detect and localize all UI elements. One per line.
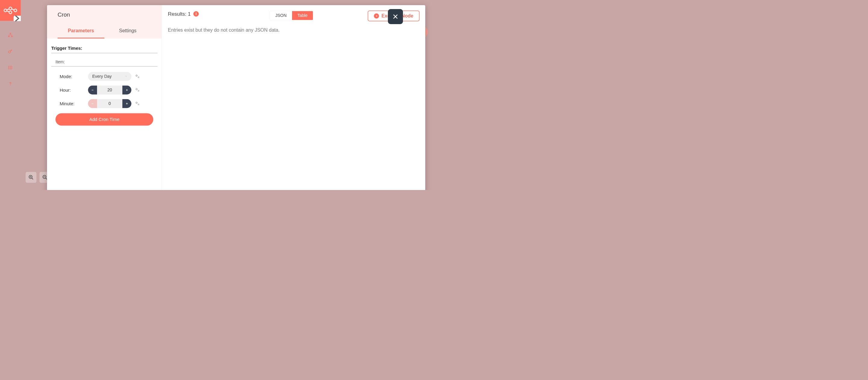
tab-settings[interactable]: Settings xyxy=(104,24,151,38)
mode-select[interactable]: Every Day xyxy=(88,72,131,81)
minute-decrement-button xyxy=(88,99,97,108)
svg-point-38 xyxy=(138,104,139,105)
zoom-in-button[interactable] xyxy=(26,172,36,183)
sidebar-item-help[interactable] xyxy=(7,81,13,87)
minute-increment-button[interactable] xyxy=(122,99,131,108)
logo-icon xyxy=(4,7,17,14)
app-logo[interactable] xyxy=(0,0,21,21)
field-minute: Minute: 0 xyxy=(51,99,158,108)
svg-point-1 xyxy=(9,7,12,10)
key-icon xyxy=(8,49,13,54)
svg-line-19 xyxy=(32,178,33,179)
minute-value[interactable]: 0 xyxy=(108,101,111,106)
results-count: Results: 1 xyxy=(168,11,191,17)
svg-point-15 xyxy=(8,67,9,67)
view-toggle: JSON Table xyxy=(270,11,313,20)
add-cron-time-button[interactable]: Add Cron Time xyxy=(56,113,153,126)
node-title: Cron xyxy=(58,11,151,18)
chevron-right-icon xyxy=(13,15,21,22)
svg-point-17 xyxy=(10,85,10,85)
plus-icon xyxy=(125,102,128,105)
tab-parameters[interactable]: Parameters xyxy=(58,24,104,38)
chevron-down-icon xyxy=(124,74,128,79)
plus-icon xyxy=(125,89,128,92)
sidebar xyxy=(0,0,21,190)
svg-point-33 xyxy=(138,90,139,92)
close-modal-button[interactable] xyxy=(388,9,403,24)
minute-label: Minute: xyxy=(60,101,88,106)
field-mode: Mode: Every Day xyxy=(51,72,158,81)
view-json-button[interactable]: JSON xyxy=(270,11,292,20)
tabs: Parameters Settings xyxy=(58,24,151,38)
results-panel: Results: 1 i JSON Table Execute Node Ent… xyxy=(162,5,425,190)
field-hour: Hour: 20 xyxy=(51,86,158,95)
gears-icon xyxy=(135,87,140,93)
item-label: Item: xyxy=(51,60,158,67)
svg-point-0 xyxy=(4,9,7,12)
svg-point-14 xyxy=(8,66,9,66)
zoom-in-icon xyxy=(28,175,34,180)
hour-stepper: 20 xyxy=(88,86,131,95)
svg-rect-7 xyxy=(10,33,11,34)
svg-point-37 xyxy=(136,102,137,104)
svg-point-16 xyxy=(8,69,9,69)
minus-icon xyxy=(91,89,94,92)
hour-decrement-button[interactable] xyxy=(88,86,97,95)
minus-icon xyxy=(91,102,94,105)
svg-point-27 xyxy=(136,75,137,76)
question-icon xyxy=(8,82,13,87)
hour-label: Hour: xyxy=(60,87,88,93)
svg-rect-8 xyxy=(8,36,9,37)
svg-point-32 xyxy=(136,89,137,90)
minute-stepper: 0 xyxy=(88,99,131,108)
svg-line-5 xyxy=(7,11,9,12)
svg-line-4 xyxy=(7,9,9,10)
trigger-times-label: Trigger Times: xyxy=(51,46,158,53)
minute-options-button[interactable] xyxy=(134,100,141,107)
gears-icon xyxy=(135,74,140,79)
node-editor-modal: Cron Parameters Settings Trigger Times: … xyxy=(47,5,425,190)
sidebar-expand-button[interactable] xyxy=(13,16,21,21)
sidebar-item-credentials[interactable] xyxy=(7,48,13,54)
hour-options-button[interactable] xyxy=(134,87,141,93)
mode-options-button[interactable] xyxy=(134,73,141,80)
hour-increment-button[interactable] xyxy=(122,86,131,95)
zoom-controls xyxy=(26,172,50,183)
close-icon xyxy=(392,13,399,20)
svg-line-6 xyxy=(12,9,14,10)
parameters-panel: Cron Parameters Settings Trigger Times: … xyxy=(47,5,162,190)
panel-header: Cron Parameters Settings xyxy=(47,5,162,38)
network-icon xyxy=(8,33,13,38)
svg-point-28 xyxy=(138,77,139,78)
svg-rect-9 xyxy=(11,36,12,37)
view-table-button[interactable]: Table xyxy=(292,11,313,20)
play-icon xyxy=(374,13,379,19)
hour-value[interactable]: 20 xyxy=(107,88,112,93)
svg-point-3 xyxy=(14,9,17,12)
gears-icon xyxy=(135,101,140,106)
mode-value: Every Day xyxy=(92,74,112,79)
results-message: Entries exist but they do not contain an… xyxy=(168,27,419,33)
list-icon xyxy=(8,65,13,70)
info-icon[interactable]: i xyxy=(193,11,199,17)
svg-point-2 xyxy=(9,11,12,14)
mode-label: Mode: xyxy=(60,74,88,79)
sidebar-item-workflows[interactable] xyxy=(7,32,13,38)
sidebar-item-executions[interactable] xyxy=(7,64,13,70)
